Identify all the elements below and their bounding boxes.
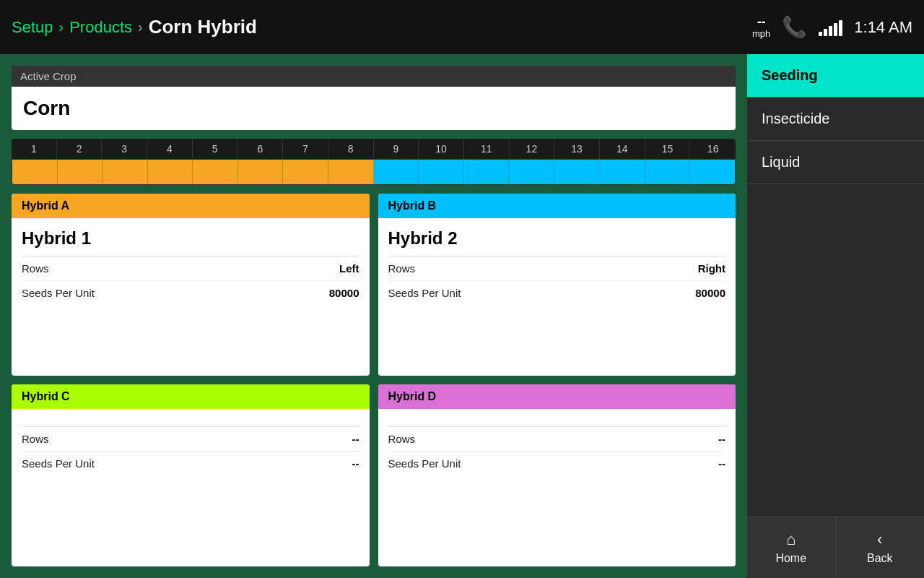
sidebar-tab-insecticide[interactable]: Insecticide [747, 98, 924, 141]
hybrid-name-a: Hybrid 1 [22, 224, 359, 256]
row-number-16: 16 [690, 139, 736, 159]
active-crop-section: Active Crop Corn [12, 66, 736, 130]
row-number-14: 14 [600, 139, 645, 159]
seeds-value-d: -- [718, 457, 725, 470]
right-sidebar: SeedingInsecticideLiquid ⌂ Home ‹ Back [747, 54, 924, 578]
rows-value-d: -- [718, 433, 725, 445]
sidebar-bottom: ⌂ Home ‹ Back [747, 517, 924, 578]
back-label: Back [867, 552, 893, 565]
row-number-9: 9 [374, 139, 419, 159]
hybrid-body-d: Rows -- Seeds Per Unit -- [378, 409, 736, 566]
speed-unit: mph [752, 28, 770, 39]
hybrid-card-d[interactable]: Hybrid D Rows -- Seeds Per Unit -- [378, 384, 736, 566]
row-number-4: 4 [147, 139, 193, 159]
breadcrumb: Setup › Products › Corn Hybrid [12, 16, 752, 38]
back-icon: ‹ [877, 530, 882, 549]
hybrid-header-c: Hybrid C [12, 384, 370, 409]
seeds-label-c: Seeds Per Unit [22, 457, 95, 470]
content-area: Active Crop Corn 12345678910111213141516… [0, 54, 747, 578]
row-color-11[interactable] [464, 160, 510, 184]
row-color-5[interactable] [193, 160, 238, 184]
rows-label-b: Rows [388, 262, 416, 275]
hybrid-rows-d: Rows -- [388, 427, 726, 452]
row-number-15: 15 [645, 139, 691, 159]
rows-label-c: Rows [22, 433, 49, 445]
hybrid-header-a: Hybrid A [12, 194, 370, 218]
hybrid-grid: Hybrid A Hybrid 1 Rows Left Seeds Per Un… [12, 194, 736, 566]
page-title: Corn Hybrid [149, 16, 257, 38]
row-number-11: 11 [464, 139, 510, 159]
row-color-2[interactable] [58, 160, 103, 184]
seeds-label-b: Seeds Per Unit [388, 287, 461, 299]
row-color-8[interactable] [328, 160, 374, 184]
time-display: 1:14 AM [854, 18, 912, 37]
row-color-1[interactable] [12, 160, 58, 184]
hybrid-card-b[interactable]: Hybrid B Hybrid 2 Rows Right Seeds Per U… [378, 194, 736, 376]
breadcrumb-setup[interactable]: Setup [12, 18, 53, 37]
hybrid-name-d [388, 415, 726, 427]
chevron-icon-2: › [138, 19, 143, 35]
seeds-label-a: Seeds Per Unit [22, 287, 95, 299]
rows-value-c: -- [352, 433, 359, 445]
sidebar-tab-liquid[interactable]: Liquid [747, 141, 924, 184]
row-indicator: 12345678910111213141516 [12, 139, 736, 185]
row-color-16[interactable] [689, 160, 735, 184]
row-color-14[interactable] [599, 160, 645, 184]
active-crop-label: Active Crop [12, 66, 736, 87]
seeds-value-a: 80000 [329, 287, 359, 299]
hybrid-body-b: Hybrid 2 Rows Right Seeds Per Unit 80000 [378, 218, 736, 376]
signal-bars [819, 19, 842, 36]
sidebar-spacer [747, 184, 924, 517]
hybrid-seeds-d: Seeds Per Unit -- [388, 452, 726, 475]
speed-indicator: -- mph [752, 15, 770, 39]
back-button[interactable]: ‹ Back [836, 517, 925, 578]
signal-bar-4 [834, 23, 837, 36]
hybrid-name-c [22, 415, 359, 427]
sidebar-tab-seeding[interactable]: Seeding [747, 54, 924, 98]
row-numbers: 12345678910111213141516 [12, 139, 736, 159]
row-number-6: 6 [237, 139, 283, 159]
main-layout: Active Crop Corn 12345678910111213141516… [0, 54, 924, 578]
phone-icon: 📞 [782, 15, 807, 39]
home-label: Home [775, 552, 806, 565]
row-color-4[interactable] [148, 160, 193, 184]
row-number-3: 3 [102, 139, 147, 159]
chevron-icon-1: › [59, 19, 64, 35]
hybrid-card-c[interactable]: Hybrid C Rows -- Seeds Per Unit -- [12, 384, 370, 566]
hybrid-body-a: Hybrid 1 Rows Left Seeds Per Unit 80000 [12, 218, 370, 376]
row-colors [12, 159, 736, 185]
hybrid-card-a[interactable]: Hybrid A Hybrid 1 Rows Left Seeds Per Un… [12, 194, 370, 376]
row-color-13[interactable] [554, 160, 600, 184]
rows-value-b: Right [698, 262, 725, 275]
row-color-7[interactable] [283, 160, 328, 184]
hybrid-rows-b: Rows Right [388, 256, 726, 281]
hybrid-seeds-a: Seeds Per Unit 80000 [22, 281, 359, 305]
sidebar-tabs: SeedingInsecticideLiquid [747, 54, 924, 184]
active-crop-value[interactable]: Corn [12, 87, 736, 130]
hybrid-header-b: Hybrid B [378, 194, 736, 218]
home-icon: ⌂ [786, 530, 796, 549]
row-color-10[interactable] [419, 160, 464, 184]
hybrid-body-c: Rows -- Seeds Per Unit -- [12, 409, 370, 566]
signal-bar-2 [824, 29, 827, 36]
top-bar: Setup › Products › Corn Hybrid -- mph 📞 … [0, 0, 924, 54]
home-button[interactable]: ⌂ Home [747, 517, 836, 578]
row-color-3[interactable] [103, 160, 148, 184]
row-number-5: 5 [193, 139, 238, 159]
row-number-8: 8 [328, 139, 374, 159]
hybrid-rows-a: Rows Left [22, 256, 359, 281]
hybrid-rows-c: Rows -- [22, 427, 359, 452]
breadcrumb-products[interactable]: Products [69, 18, 132, 37]
row-color-6[interactable] [238, 160, 284, 184]
row-color-15[interactable] [645, 160, 690, 184]
top-bar-right: -- mph 📞 1:14 AM [752, 15, 912, 39]
row-color-9[interactable] [374, 160, 419, 184]
hybrid-name-b: Hybrid 2 [388, 224, 726, 256]
row-number-1: 1 [12, 139, 57, 159]
seeds-label-d: Seeds Per Unit [388, 457, 461, 470]
row-color-12[interactable] [509, 160, 554, 184]
rows-value-a: Left [339, 262, 359, 275]
row-number-7: 7 [283, 139, 328, 159]
hybrid-seeds-b: Seeds Per Unit 80000 [388, 281, 726, 305]
row-number-12: 12 [510, 139, 555, 159]
